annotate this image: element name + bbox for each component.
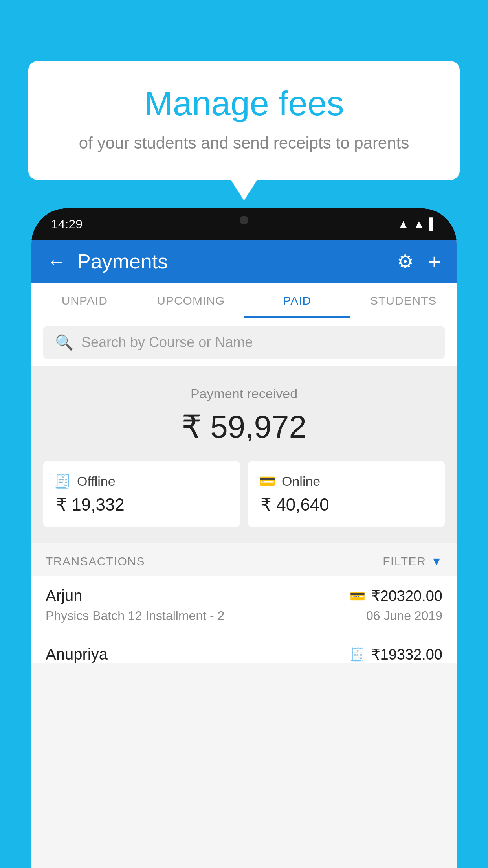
transaction-row-bottom: Physics Batch 12 Installment - 2 06 June… [46, 609, 442, 623]
search-container: 🔍 Search by Course or Name [31, 318, 457, 366]
page-title: Payments [77, 250, 168, 273]
status-icons: ▲ ▲ ▌ [398, 218, 437, 230]
offline-amount: ₹ 19,332 [54, 495, 125, 515]
tab-students[interactable]: STUDENTS [350, 283, 457, 318]
filter-button[interactable]: FILTER ▼ [383, 555, 442, 568]
app-screen: ← Payments ⚙ + UNPAID UPCOMING PAID STUD… [31, 240, 457, 868]
transactions-section-label: TRANSACTIONS [46, 555, 145, 568]
wifi-icon: ▲ [398, 218, 409, 230]
online-payment-card: 💳 Online ₹ 40,640 [248, 461, 445, 527]
transaction-detail: Physics Batch 12 Installment - 2 [46, 609, 224, 623]
payment-received-label: Payment received [43, 386, 445, 401]
back-button[interactable]: ← [47, 251, 66, 272]
tab-upcoming[interactable]: UPCOMING [138, 283, 244, 318]
filter-label: FILTER [383, 555, 426, 568]
transaction-amount: ₹19332.00 [371, 646, 443, 663]
add-button[interactable]: + [428, 249, 441, 274]
speech-bubble-title: Manage fees [60, 85, 428, 123]
transaction-row-top: Anupriya 🧾 ₹19332.00 [46, 645, 442, 663]
online-card-header: 💳 Online [259, 473, 320, 489]
header-right: ⚙ + [397, 249, 441, 274]
search-icon: 🔍 [55, 334, 73, 351]
transaction-name: Anupriya [46, 645, 108, 663]
transactions-header: TRANSACTIONS FILTER ▼ [31, 543, 457, 576]
settings-button[interactable]: ⚙ [397, 250, 414, 272]
tab-paid[interactable]: PAID [244, 283, 350, 318]
battery-icon: ▌ [429, 218, 437, 230]
phone-time: 14:29 [51, 217, 83, 232]
filter-icon: ▼ [431, 555, 442, 568]
camera-dot [240, 216, 248, 224]
transaction-amount: ₹20320.00 [371, 587, 443, 605]
phone-notch [209, 208, 279, 232]
transaction-name: Arjun [46, 587, 82, 605]
speech-bubble: Manage fees of your students and send re… [28, 61, 460, 180]
search-placeholder: Search by Course or Name [81, 334, 253, 351]
transaction-payment-type-icon: 💳 [350, 588, 365, 603]
speech-bubble-subtitle: of your students and send receipts to pa… [60, 134, 428, 153]
offline-payment-card: 🧾 Offline ₹ 19,332 [43, 461, 240, 527]
app-header: ← Payments ⚙ + [31, 240, 457, 283]
transaction-amount-area: 🧾 ₹19332.00 [350, 646, 443, 663]
online-amount: ₹ 40,640 [259, 495, 329, 515]
total-payment-amount: ₹ 59,972 [43, 408, 445, 445]
transaction-payment-type-icon: 🧾 [350, 647, 365, 662]
header-left: ← Payments [47, 250, 168, 273]
offline-icon: 🧾 [54, 473, 71, 489]
transaction-row[interactable]: Anupriya 🧾 ₹19332.00 [31, 634, 457, 663]
transaction-row[interactable]: Arjun 💳 ₹20320.00 Physics Batch 12 Insta… [31, 576, 457, 634]
search-box[interactable]: 🔍 Search by Course or Name [43, 326, 445, 359]
transaction-date: 06 June 2019 [366, 609, 442, 623]
payment-summary: Payment received ₹ 59,972 🧾 Offline ₹ 19… [31, 366, 457, 543]
transaction-amount-area: 💳 ₹20320.00 [350, 587, 443, 605]
payment-cards: 🧾 Offline ₹ 19,332 💳 Online ₹ 40,640 [43, 461, 445, 527]
offline-card-header: 🧾 Offline [54, 473, 116, 489]
transaction-row-top: Arjun 💳 ₹20320.00 [46, 587, 442, 605]
signal-icon: ▲ [413, 218, 424, 230]
offline-label: Offline [77, 474, 116, 489]
status-bar: 14:29 ▲ ▲ ▌ [31, 208, 457, 240]
phone-frame: 14:29 ▲ ▲ ▌ ← Payments ⚙ + UNPAID [31, 208, 457, 868]
online-label: Online [282, 474, 320, 489]
tabs-bar: UNPAID UPCOMING PAID STUDENTS [31, 283, 457, 318]
tab-unpaid[interactable]: UNPAID [31, 283, 138, 318]
online-icon: 💳 [259, 473, 275, 489]
